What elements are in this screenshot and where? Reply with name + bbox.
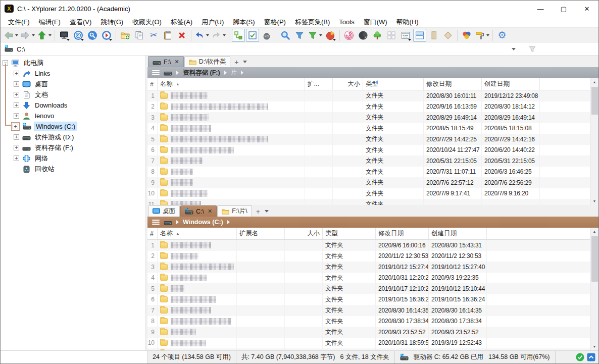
dropdown-caret-icon[interactable] [223,34,226,36]
dropdown-caret-icon[interactable] [81,39,84,41]
tree-expander-icon[interactable]: + [14,102,19,108]
tab-desktop[interactable]: 桌面 [148,205,180,217]
up-button[interactable] [36,29,52,42]
checkbox-mode-button[interactable] [246,29,259,42]
highlight-button[interactable] [474,29,490,42]
sidebar-item-links[interactable]: +Links [1,68,145,79]
file-row[interactable]: 2文件夹2020/11/2 12:30:532020/11/2 12:30:53 [147,251,590,262]
dual-pane-button[interactable] [413,29,426,42]
dropdown-caret-icon[interactable] [67,39,70,41]
hotlist-button[interactable] [72,29,85,42]
tab-f-pian[interactable]: F:\片\ [217,205,252,217]
scroll-down-icon[interactable]: ▼ [590,197,598,205]
file-row[interactable]: 8文件夹2020/8/30 17:38:342020/8/30 17:38:34 [147,316,590,327]
address-field[interactable]: C:\ [1,43,525,55]
column-header-ext[interactable]: 扩... [305,78,333,90]
tab-list-dropdown-icon[interactable] [243,61,247,63]
hamburger-menu-icon[interactable] [152,220,160,225]
tree-expander-icon[interactable]: + [14,81,19,87]
dropdown-caret-icon[interactable] [206,34,209,36]
menu-item-file[interactable]: 文件(F) [4,18,34,27]
toggle-tree-button[interactable] [232,29,245,42]
column-header-size[interactable]: 大小 [333,78,363,90]
tab-list-dropdown-icon[interactable] [265,210,269,213]
file-row[interactable]: 4文件夹2020/10/31 12:20:252020/9/3 19:22:35 [147,273,590,284]
menu-item-tabsets[interactable]: 标签页集(B) [290,18,334,27]
column-header-name[interactable]: 名称▲ [158,78,305,90]
sidebar-item-network[interactable]: +网络 [1,153,145,164]
file-row[interactable]: 7文件夹2020/8/30 16:14:352020/8/30 16:14:35 [147,305,590,316]
rotate-panel-button[interactable] [441,29,455,42]
dropdown-caret-icon[interactable] [15,34,18,36]
details-view-button[interactable] [399,29,412,42]
scrollbar-thumb[interactable] [591,236,598,282]
goto-desktop-button[interactable] [58,29,71,42]
dropdown-caret-icon[interactable] [486,34,489,36]
maximize-button[interactable]: ▢ [552,1,575,17]
go-button[interactable] [100,29,113,42]
file-row[interactable]: 9文件夹2020/9/3 23:52:522020/9/3 23:52:52 [147,327,590,338]
dropdown-caret-icon[interactable] [333,39,336,41]
vertical-scrollbar[interactable]: ▲▼ [590,228,598,350]
file-row[interactable]: 2文件夹2020/9/16 16:13:592020/8/30 18:14:12 [147,101,590,113]
sidebar-item-lenovo[interactable]: +lenovo [1,111,145,121]
tree-expander-icon[interactable]: + [14,71,19,76]
tab-f[interactable]: F:\✕ [148,56,184,67]
tree-expander-icon[interactable]: + [14,92,19,97]
file-row[interactable]: 9文件夹2020/7/6 22:57:122020/7/6 22:56:29 [147,177,590,188]
new-tab-button[interactable]: + [253,207,264,217]
calculate-size-button[interactable]: KG [260,29,273,42]
sidebar-item-this-pc[interactable]: −此电脑 [1,58,145,68]
breadcrumb-segment[interactable]: Windows (C:) [183,219,223,226]
tab-c[interactable]: C:\✕ [180,205,217,217]
tree-expander-icon[interactable]: + [14,145,19,150]
undo-button[interactable] [194,29,210,42]
file-row[interactable]: 3文件夹2020/8/29 16:49:142020/8/29 16:49:14 [147,112,590,123]
mini-tree-button[interactable] [342,29,356,42]
tab-d-soft[interactable]: D:\软件类 [184,56,230,67]
tree-path-button[interactable] [371,29,384,42]
info-panel-button[interactable] [427,29,440,42]
scroll-up-icon[interactable]: ▲ [590,78,598,86]
file-row[interactable]: 5文件夹2019/10/17 12:10:292019/10/12 15:10:… [147,283,590,294]
paste-button[interactable] [161,29,174,42]
file-row[interactable]: 4文件夹2020/8/5 18:15:492020/8/5 18:15:08 [147,123,590,134]
file-row[interactable]: 11文件夹 [147,199,590,205]
filter-box[interactable] [525,43,598,55]
tree-expander-icon[interactable]: + [13,124,18,129]
column-header-num[interactable]: # [147,228,158,239]
address-dropdown-icon[interactable] [512,48,516,50]
column-header-created[interactable]: 创建日期 [429,228,487,239]
color-filter-button[interactable] [460,29,473,42]
file-row[interactable]: 10文件夹2020/10/31 18:59:502019/3/19 12:52:… [147,338,590,349]
configuration-button[interactable]: ⚙ [495,29,509,42]
breadcrumb-arrow-icon[interactable] [227,220,230,224]
sidebar-item-desktop[interactable]: +桌面 [1,79,145,89]
scroll-to-top-icon[interactable] [587,353,595,361]
dropdown-caret-icon[interactable] [109,39,112,41]
column-header-type[interactable]: 类型 [363,78,424,90]
menu-item-help[interactable]: 帮助(H) [392,18,423,27]
menu-item-scripts[interactable]: 脚本(S) [228,18,259,27]
menu-item-favorites[interactable]: 收藏夹(O) [128,18,166,27]
scroll-up-icon[interactable]: ▲ [590,228,598,235]
file-row[interactable]: 11文件夹 [147,348,590,350]
menu-item-tools[interactable]: Tools [334,18,359,26]
dropdown-caret-icon[interactable] [48,34,52,36]
tab-close-icon[interactable]: ✕ [208,208,212,215]
delete-button[interactable] [175,29,188,42]
sidebar-item-downloads[interactable]: +Downloads [1,100,145,111]
hamburger-menu-icon[interactable] [152,70,160,76]
tab-close-icon[interactable]: ✕ [175,59,179,65]
recent-locations-button[interactable] [86,29,99,42]
minimize-button[interactable]: — [529,1,552,17]
breadcrumb-arrow-icon[interactable] [176,71,179,75]
tree-expander-icon[interactable]: + [14,155,19,161]
filter-button[interactable] [293,29,306,42]
file-row[interactable]: 5文件夹2020/7/29 14:42:252020/7/29 14:42:16 [147,134,590,145]
column-header-modified[interactable]: 修改日期 [424,78,482,90]
file-row[interactable]: 10文件夹2020/7/9 9:17:412020/7/9 9:16:20 [147,188,590,199]
sidebar-item-recycle-bin[interactable]: 回收站 [1,164,145,174]
column-header-ext[interactable]: 扩展名 [237,228,285,239]
file-row[interactable]: 1文件夹2020/8/30 16:01:112019/12/12 23:49:0… [147,90,590,101]
